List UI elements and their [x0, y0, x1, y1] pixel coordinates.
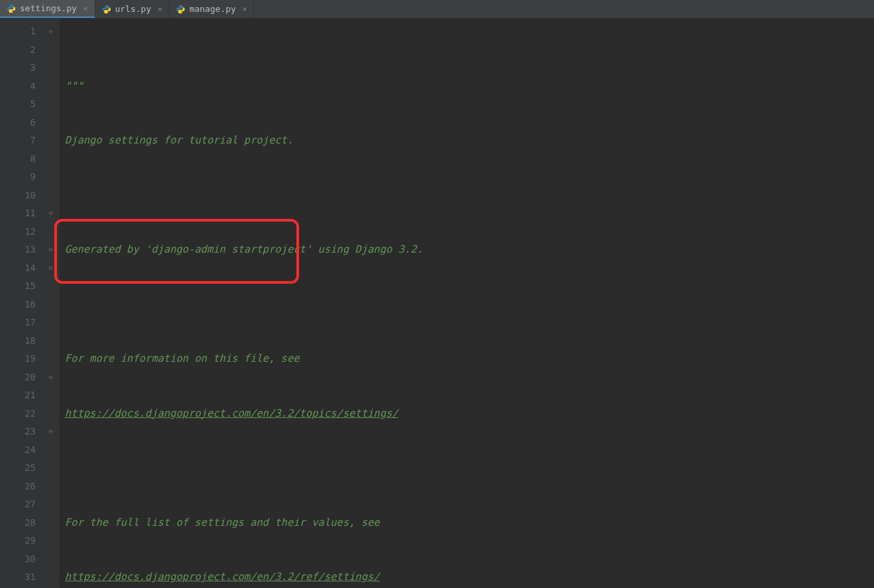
- line-number: 31: [9, 568, 48, 587]
- code-text: Generated by 'django-admin startproject'…: [65, 243, 423, 255]
- code-link[interactable]: https://docs.djangoproject.com/en/3.2/to…: [65, 407, 398, 419]
- line-number: 28: [9, 514, 48, 532]
- line-number: 4: [9, 77, 48, 96]
- fold-toggle-icon[interactable]: ⊖: [49, 246, 55, 252]
- line-number: 17: [9, 314, 48, 332]
- line-number: 20: [9, 368, 48, 387]
- code-area[interactable]: """ Django settings for tutorial project…: [60, 19, 874, 588]
- tab-urls-py[interactable]: urls.py ✕: [95, 0, 169, 18]
- line-number: 22: [9, 405, 48, 423]
- close-icon[interactable]: ✕: [83, 4, 88, 13]
- line-number-gutter[interactable]: 1 2 3 4 5 6 7 8 9 10 11 12 13 14 15 16 1…: [9, 19, 48, 588]
- tab-label: urls.py: [115, 4, 152, 14]
- fold-end-icon[interactable]: ⊟: [49, 428, 55, 434]
- python-file-icon: [7, 4, 16, 13]
- line-number: 12: [9, 223, 48, 241]
- line-number: 23: [9, 423, 48, 441]
- line-number: 6: [9, 114, 48, 132]
- code-text: For the full list of settings and their …: [65, 517, 380, 528]
- line-number: 27: [9, 495, 48, 514]
- fold-end-icon[interactable]: ⊟: [49, 210, 55, 216]
- line-number: 10: [9, 187, 48, 205]
- line-number: 21: [9, 386, 48, 405]
- code-text: Django settings for tutorial project.: [65, 134, 293, 146]
- editor-tabs: settings.py ✕ urls.py ✕ manage.py ✕: [0, 0, 874, 19]
- line-number: 18: [9, 332, 48, 351]
- code-text: """: [65, 80, 83, 92]
- code-text: For more information on this file, see: [65, 353, 300, 364]
- line-number: 11: [9, 204, 48, 223]
- line-number: 14: [9, 259, 48, 278]
- line-number: 15: [9, 277, 48, 296]
- line-number: 8: [9, 150, 48, 169]
- line-number: 7: [9, 132, 48, 150]
- fold-column: ⊖ ⊟ ⊖ ⊟ ⊖ ⊟: [48, 19, 60, 588]
- line-number: 24: [9, 441, 48, 460]
- line-number: 16: [9, 296, 48, 314]
- tab-label: manage.py: [189, 4, 236, 14]
- line-number: 25: [9, 459, 48, 478]
- code-link[interactable]: https://docs.djangoproject.com/en/3.2/re…: [65, 571, 380, 583]
- fold-end-icon[interactable]: ⊟: [49, 265, 55, 271]
- line-number: 9: [9, 168, 48, 187]
- tab-label: settings.py: [20, 3, 77, 13]
- marker-strip: [0, 19, 9, 588]
- editor: 1 2 3 4 5 6 7 8 9 10 11 12 13 14 15 16 1…: [0, 19, 874, 588]
- line-number: 19: [9, 350, 48, 368]
- line-number: 26: [9, 478, 48, 496]
- python-file-icon: [176, 5, 185, 14]
- fold-toggle-icon[interactable]: ⊖: [49, 28, 55, 34]
- line-number: 1: [9, 22, 48, 41]
- close-icon[interactable]: ✕: [158, 5, 163, 13]
- python-file-icon: [102, 5, 111, 14]
- close-icon[interactable]: ✕: [243, 5, 247, 13]
- line-number: 30: [9, 550, 48, 569]
- tab-manage-py[interactable]: manage.py ✕: [169, 0, 254, 18]
- line-number: 5: [9, 95, 48, 114]
- line-number: 13: [9, 241, 48, 259]
- tab-settings-py[interactable]: settings.py ✕: [0, 0, 95, 18]
- line-number: 3: [9, 59, 48, 77]
- line-number: 29: [9, 532, 48, 550]
- fold-toggle-icon[interactable]: ⊖: [49, 374, 55, 380]
- line-number: 2: [9, 41, 48, 60]
